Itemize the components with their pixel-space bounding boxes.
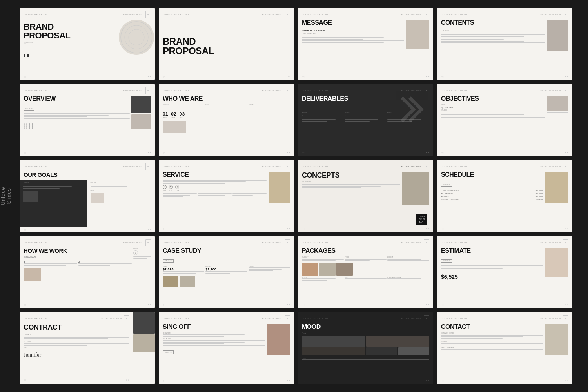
slide-2-body: BRANDPROPOSAL [163, 20, 290, 74]
slide-4-left: CONTENTS STUDIO [441, 20, 545, 74]
slide-9-body: DESIGN FOCUS FEEL [20, 180, 155, 227]
slide-9-dark: DESIGN [20, 180, 87, 227]
slide-12-icon [563, 163, 568, 170]
slide-20-right [545, 324, 568, 379]
slide-10-body: SERVICE ✂ ITEM ◯ ITEM [163, 172, 290, 227]
main-container: 20UniqueSlides GOLDEN PIXEL STUDIO BRAND… [16, 8, 572, 384]
slide-1-icon [145, 11, 151, 18]
slide-18-header: GOLDEN PIXEL STUDIO BRAND PROPOSAL [163, 315, 290, 322]
slide-14-img2 [180, 276, 195, 287]
slide-16-title: ESTIMATE [441, 248, 543, 254]
slide-8-header-left: GOLDEN PIXEL STUDIO [441, 89, 467, 92]
slide-16-footer-dots [565, 304, 568, 305]
slide-6-img [163, 121, 186, 133]
slide-16-left: ESTIMATE STUDIO $6,525 [441, 248, 543, 303]
slide-9-design: DESIGN [23, 181, 84, 183]
slide-19-icon [424, 315, 429, 322]
slide-2-footer: ◁◁ 8.1 [163, 76, 290, 78]
slide-14-col2-text [205, 271, 247, 274]
slide-8-sub: FEEL [441, 104, 545, 106]
slide-13-step1-text [24, 263, 77, 266]
slide-4-img [547, 20, 568, 51]
slide-10-page: ◁◁ [163, 228, 165, 230]
slide-17-header-left: GOLDEN PIXEL STUDIO [24, 318, 49, 320]
slide-3-footer: ◁◁ [302, 76, 429, 78]
slide-18-icon [285, 315, 290, 322]
slide-8-header-right: BRAND PROPOSAL [541, 89, 561, 92]
slide-5-title: OVERVIEW [24, 96, 130, 102]
slide-6-num1: 01 ITEM [163, 111, 168, 119]
slide-15-h2: PRICE [345, 256, 387, 258]
slide-7-text1 [302, 118, 344, 122]
slide-15-header-left: GOLDEN PIXEL STUDIO [302, 241, 328, 244]
slide-16-price-value: $6,525 [441, 274, 543, 280]
slide-4-image [547, 20, 568, 74]
slide-12-page: ◁◁ [441, 228, 443, 230]
slide-20-footer: ◁◁ [441, 380, 568, 382]
slide-5-img-bottom [131, 114, 151, 129]
slide-objectives: GOLDEN PIXEL STUDIO BRAND PROPOSAL OBJEC… [437, 84, 572, 156]
slide-2-icon [285, 11, 290, 18]
slide-19-feel: FEEL [302, 357, 429, 361]
slide-7-label2: DESIGN [345, 112, 387, 114]
slide-17-footer: ◁◁ [24, 378, 129, 381]
slide-20-email-label: EMAIL COMPANY [441, 347, 543, 348]
slide-13-num2: 2 [78, 260, 132, 263]
slide-6-num2: 02 ITEM [171, 111, 176, 119]
slide-12-title: SCHEDULE [441, 172, 543, 178]
slide-12-row2-value: ANOTHER [535, 192, 543, 194]
slide-13-header: GOLDEN PIXEL STUDIO BRAND PROPOSAL [24, 239, 151, 246]
slide-brand-proposal-cover: GOLDEN PIXEL STUDIO BRAND PROPOSAL BRAND… [20, 8, 155, 80]
slide-2-page-num: 8.1 [288, 76, 290, 78]
slide-3-body: MESSAGE PATRICIA JOHNSON HOLD STUN STAR [302, 20, 429, 74]
slide-13-step2-text [78, 263, 132, 266]
slide-5-footer: ◁◁ [24, 152, 151, 154]
slide-11-text [302, 184, 400, 188]
slide-7-body: DELIVERABLES BRAND DESIGN PRINT ▼ ▼ ▼ [302, 96, 429, 151]
slide-7-label5: ▼ [345, 114, 387, 116]
slide-17-right [133, 312, 155, 384]
slide-estimate: GOLDEN PIXEL STUDIO BRAND PROPOSAL ESTIM… [437, 236, 572, 308]
slide-15-lorem2-text [387, 278, 429, 279]
slide-17-img2 [133, 334, 155, 352]
slide-6-header-left: GOLDEN PIXEL STUDIO [163, 89, 189, 92]
slide-10-right [269, 172, 290, 227]
slide-5-page: ◁◁ [24, 152, 26, 154]
slide-8-footer: ◁◁ [441, 152, 568, 154]
slide-8-text [441, 113, 545, 118]
slide-13-footer-dots [148, 304, 151, 305]
slide-11-icon [424, 163, 429, 170]
slide-7-label4: ▼ [302, 114, 344, 116]
slide-15-header-right: BRAND PROPOSAL [401, 241, 422, 244]
slide-7-page: ◁◁ [302, 152, 304, 154]
slide-19-header-left: GOLDEN PIXEL STUDIO [302, 318, 328, 320]
slide-19-header: GOLDEN PIXEL STUDIO BRAND PROPOSAL [302, 315, 429, 322]
slide-14-col2-price: $1,200 [205, 267, 247, 271]
slide-14-footer: ◁◁ [163, 304, 290, 306]
slide-4-text [441, 34, 545, 43]
slide-11-header-left: GOLDEN PIXEL STUDIO [302, 165, 328, 168]
slide-10-icon1: ✂ ITEM [163, 185, 167, 191]
slide-17-text2 [24, 343, 129, 346]
slide-17-title-no: TITLE NO. [24, 341, 129, 343]
slide-17-feel: FEEL [24, 347, 129, 349]
slide-2-page: ◁◁ [163, 76, 165, 78]
slide-11-header-right: BRAND PROPOSAL [401, 165, 422, 168]
slide-6-footer: ◁◁ [163, 152, 290, 154]
slide-19-row [366, 347, 429, 355]
slide-10-header: GOLDEN PIXEL STUDIO BRAND PROPOSAL [163, 163, 290, 170]
slide-8-icon [563, 87, 568, 94]
slide-19-img2 [302, 347, 365, 355]
slide-9-focus: FOCUS [91, 181, 152, 183]
slide-10-footer-dots [287, 228, 290, 229]
slide-12-row4-label: FURTHER LABEL HERE [441, 199, 459, 201]
slide-17-text1 [24, 337, 129, 339]
slide-19-header-right: BRAND PROPOSAL [401, 318, 422, 320]
slide-contract: GOLDEN PIXEL STUDIO BRAND PROPOSAL CONTR… [20, 312, 155, 384]
slide-12-row3-label: ANOTHER [441, 196, 449, 198]
slide-13-footer: ◁◁ [24, 304, 151, 306]
slide-15-feel2: FEEL [345, 276, 387, 281]
slide-17-title: CONTRACT [24, 324, 129, 331]
slide-3-image [406, 20, 429, 74]
slide-3-icon [424, 11, 429, 18]
